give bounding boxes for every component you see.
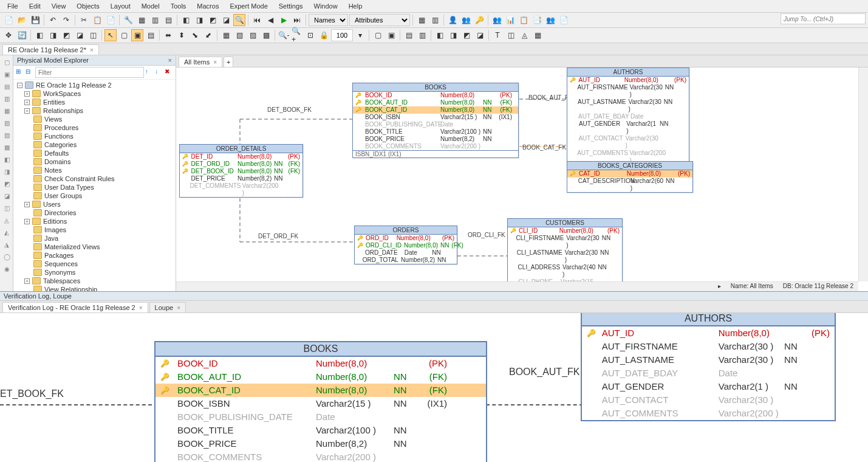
tool-icon[interactable]: 📑 xyxy=(531,14,543,26)
tree-item[interactable]: User Data Types xyxy=(15,183,174,191)
entity-column[interactable]: DET_PRICENumber(8,2)NN xyxy=(180,175,302,182)
entity-column[interactable]: AUT_FIRSTNAMEVarchar2(30 )NN xyxy=(567,84,689,98)
tree-item[interactable]: Materialized Views xyxy=(15,243,174,251)
tree-icon[interactable]: ⊞ xyxy=(16,68,24,77)
entity-column[interactable]: 🔑BOOK_CAT_IDNumber(8,0)NN(FK) xyxy=(155,384,486,397)
entity-column[interactable]: AUT_GENDERVarchar2(1 )NN xyxy=(582,380,835,393)
tool-icon[interactable]: ▥ xyxy=(416,29,428,41)
tree-item[interactable]: Views xyxy=(15,115,174,123)
lock-icon[interactable]: 🔒 xyxy=(318,29,330,41)
tree-item[interactable]: Functions xyxy=(15,132,174,140)
entity-orders[interactable]: ORDERS 🔑ORD_IDNumber(8,0)(PK)🔑ORD_CLI_ID… xyxy=(354,226,457,264)
tool-icon[interactable]: ▥ xyxy=(429,14,441,26)
entity-column[interactable]: 🔑CAT_IDNumber(8,0)(PK) xyxy=(567,170,692,178)
nav-first-icon[interactable]: ⏮ xyxy=(251,14,263,26)
tree-item[interactable]: +Editions xyxy=(15,217,174,226)
add-tab-button[interactable]: + xyxy=(224,57,233,67)
nav-next-icon[interactable]: ⏭ xyxy=(291,14,303,26)
entity-column[interactable]: 🔑ORD_CLI_IDNumber(8,0)NN(FK) xyxy=(355,242,457,249)
close-icon[interactable]: × xyxy=(177,305,180,311)
tool-icon[interactable]: ⬊ xyxy=(189,29,201,41)
tool-icon[interactable]: ▣ xyxy=(385,29,397,41)
tool-icon[interactable]: ▢ xyxy=(1,57,12,67)
entity-column[interactable]: BOOK_ISBNVarchar2(15 )NN(IX1) xyxy=(155,397,486,410)
tool-icon[interactable]: ▥ xyxy=(149,14,161,26)
tree-icon[interactable]: ⊟ xyxy=(26,68,34,77)
tool-icon[interactable]: ◪ xyxy=(474,29,486,41)
tree-item[interactable]: Java xyxy=(15,234,174,243)
tool-icon[interactable]: ◮ xyxy=(1,239,12,250)
loupe-entity-books[interactable]: BOOKS 🔑BOOK_IDNumber(8,0)(PK)🔑BOOK_AUT_I… xyxy=(154,341,487,462)
tool-icon[interactable]: ▢ xyxy=(118,29,130,41)
tree-item[interactable]: Defaults xyxy=(15,149,174,157)
loupe-area[interactable]: ET_BOOK_FK BOOK_AUT_FK BOOKS 🔑BOOK_IDNum… xyxy=(0,313,868,462)
tree-item[interactable]: +Relationships xyxy=(15,106,174,115)
tool-icon[interactable]: ◨ xyxy=(47,29,59,41)
tool-icon[interactable]: ◨ xyxy=(1,166,12,177)
filter-input[interactable] xyxy=(35,67,144,78)
doc-tab[interactable]: RE Oracle 11g Release 2* × xyxy=(2,44,99,55)
entity-column[interactable]: 🔑BOOK_IDNumber(8,0)(PK) xyxy=(353,92,518,99)
tool-icon[interactable]: ⬋ xyxy=(202,29,214,41)
entity-column[interactable]: 🔑AUT_IDNumber(8,0)(PK) xyxy=(567,77,689,84)
pointer-icon[interactable]: ↖ xyxy=(104,29,117,41)
run-icon[interactable]: ▶ xyxy=(278,14,290,26)
user-icon[interactable]: 👥 xyxy=(460,14,472,26)
entity-column[interactable]: BOOK_PUBLISHING_DATEDate xyxy=(353,121,518,128)
entity-column[interactable]: AUT_GENDERVarchar2(1 )NN xyxy=(567,120,689,135)
tool-icon[interactable]: ▧ xyxy=(233,29,245,41)
entity-column[interactable]: AUT_CONTACTVarchar2(30 ) xyxy=(567,135,689,150)
tool-icon[interactable]: ▦ xyxy=(135,14,148,26)
entity-column[interactable]: 🔑BOOK_AUT_IDNumber(8,0)NN(FK) xyxy=(353,99,518,106)
entity-column[interactable]: AUT_LASTNAMEVarchar2(30 )NN xyxy=(582,353,835,367)
zoom-in-icon[interactable]: 🔍+ xyxy=(291,29,303,41)
entity-column[interactable]: CLI_LASTNAMEVarchar2(30 )NN xyxy=(508,249,622,264)
tool-icon[interactable]: ▤ xyxy=(1,81,12,92)
entity-column[interactable]: CLI_ADDRESSVarchar2(40 )NN xyxy=(508,264,622,278)
entity-books[interactable]: BOOKS 🔑BOOK_IDNumber(8,0)(PK)🔑BOOK_AUT_I… xyxy=(352,83,519,158)
close-icon[interactable]: × xyxy=(90,47,94,53)
tool-icon[interactable]: ▦ xyxy=(531,29,544,41)
tool-icon[interactable]: ◯ xyxy=(1,251,12,262)
loupe-entity-authors[interactable]: AUTHORS 🔑AUT_IDNumber(8,0)(PK)AUT_FIRSTN… xyxy=(581,313,836,421)
zoom-out-icon[interactable]: 🔍- xyxy=(278,29,290,41)
tool-icon[interactable]: ◩ xyxy=(207,14,219,26)
tool-icon[interactable]: ◭ xyxy=(1,227,12,238)
menu-model[interactable]: Model xyxy=(137,1,165,11)
refresh-icon[interactable]: 🔄 xyxy=(16,29,28,41)
tool-icon[interactable]: ▤ xyxy=(403,29,415,41)
entity-column[interactable]: ORD_TOTALNumber(8,2)NN xyxy=(355,257,457,264)
canvas-tab-all-items[interactable]: All Items × xyxy=(179,57,222,67)
tab-verification-log[interactable]: Verification Log - RE Oracle 11g Release… xyxy=(2,302,148,312)
entity-order-details[interactable]: ORDER_DETAILS 🔑DET_IDNumber(8,0)(PK)🔑DET… xyxy=(179,144,303,198)
entity-column[interactable]: 🔑ORD_IDNumber(8,0)(PK) xyxy=(355,235,457,242)
entity-column[interactable]: BOOK_COMMENTSVarchar2(200 ) xyxy=(155,450,486,462)
chevron-down-icon[interactable]: ▾ xyxy=(354,29,366,41)
tool-icon[interactable]: ◫ xyxy=(1,202,12,213)
tool-icon[interactable]: ◨ xyxy=(447,29,459,41)
menu-window[interactable]: Window xyxy=(309,1,343,11)
entity-column[interactable]: BOOK_PRICENumber(8,2)NN xyxy=(155,437,486,450)
tool-icon[interactable]: ◨ xyxy=(193,14,205,26)
tool-icon[interactable]: 🔧 xyxy=(122,14,134,26)
tool-icon[interactable]: ▦ xyxy=(1,105,12,116)
tool-icon[interactable]: ⬍ xyxy=(176,29,188,41)
tree-item[interactable]: Directories xyxy=(15,209,174,217)
tool-icon[interactable]: ◪ xyxy=(220,14,232,26)
cut-icon[interactable]: ✂ xyxy=(78,14,90,26)
open-icon[interactable]: 📂 xyxy=(16,14,28,26)
tree-item[interactable]: View Relationship xyxy=(15,285,174,291)
zoom-input[interactable] xyxy=(331,29,353,41)
tool-icon[interactable]: ▣ xyxy=(131,29,143,41)
entity-column[interactable]: BOOK_TITLEVarchar2(100 )NN xyxy=(353,128,518,136)
close-icon[interactable]: × xyxy=(139,305,143,311)
tool-icon[interactable]: ▢ xyxy=(372,29,384,41)
menu-settings[interactable]: Settings xyxy=(274,1,308,11)
new-icon[interactable]: 📄 xyxy=(2,14,15,26)
tree-item[interactable]: +Users xyxy=(15,200,174,209)
entity-column[interactable]: AUT_COMMENTSVarchar2(200 ) xyxy=(582,407,835,420)
tree-item[interactable]: User Groups xyxy=(15,191,174,200)
tool-icon[interactable]: ▦ xyxy=(220,29,232,41)
entity-column[interactable]: 🔑BOOK_CAT_IDNumber(8,0)NN(FK) xyxy=(353,106,518,114)
entity-column[interactable]: AUT_FIRSTNAMEVarchar2(30 )NN xyxy=(582,340,835,353)
